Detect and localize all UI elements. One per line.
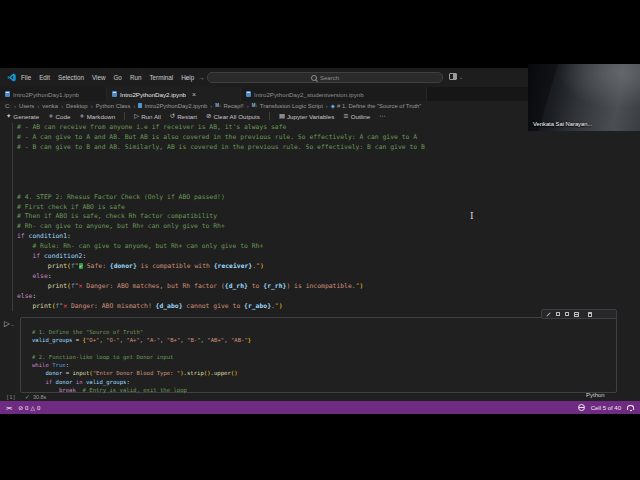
search-icon [311, 75, 317, 81]
breadcrumb-item[interactable]: venka [42, 103, 58, 109]
menu-view[interactable]: View [92, 74, 106, 81]
edit-cell-icon[interactable] [546, 312, 550, 316]
jupyter-variables-button[interactable]: ▤Jupyter Variables [279, 112, 334, 120]
code-button[interactable]: +Code [48, 112, 70, 120]
code-line: # 1. Define the "Source of Truth" [32, 328, 251, 336]
breadcrumb-label: Transfusion Logic Script [260, 103, 323, 109]
warning-icon: △ [30, 405, 34, 411]
outline-button[interactable]: ≡Outline [343, 112, 370, 120]
code-line: print(f"✕ Danger: ABO mismatch! {d_abo} … [17, 302, 425, 312]
tab-Intro2PythonDay1.ipynb[interactable]: Intro2PythonDay1.ipynb [0, 87, 107, 101]
chevron-right-icon: › [326, 103, 328, 109]
code-token: , [224, 337, 231, 343]
breadcrumb-label: Recap!! [223, 103, 243, 109]
code-token: if [17, 232, 25, 240]
code-token: {donor} [110, 262, 137, 270]
code-line [17, 163, 425, 173]
code-token: Danger: ABO matches, but Rh factor ( [82, 282, 224, 290]
clear-all-outputs-button[interactable]: ⊘Clear All Outputs [206, 112, 260, 120]
breadcrumb-item[interactable]: ◈# 1. Define the "Source of Truth" [331, 103, 422, 109]
toolbar-label: Code [56, 113, 71, 120]
remote-indicator-icon[interactable]: >< [6, 404, 11, 411]
code-token: ) is incompatible." [286, 282, 359, 290]
menu-run[interactable]: Run [130, 74, 142, 81]
code-token: condition1 [29, 232, 67, 240]
mouse-cursor-ibeam: I [470, 211, 474, 221]
breadcrumb-item[interactable]: Users [19, 103, 34, 109]
code-token: True [52, 362, 65, 368]
split-cell-icon[interactable] [574, 312, 579, 317]
cell-language-indicator[interactable]: Python [586, 392, 605, 398]
run-cell-button[interactable]: ▷ ⌄ [4, 320, 15, 328]
code-cell-1-editor[interactable]: # - AB can receive from anyone i.e if re… [17, 123, 425, 312]
globe-icon[interactable] [578, 404, 585, 411]
generate-button[interactable]: ✦Generate [6, 112, 39, 120]
tab-Intro2PythonDay2.ipynb[interactable]: Intro2PythonDay2.ipynb× [107, 87, 241, 101]
code-token [17, 262, 48, 270]
code-line: # - AB can receive from anyone i.e if re… [17, 123, 425, 133]
markdown-button[interactable]: +Markdown [79, 112, 115, 120]
breadcrumb-item[interactable]: Desktop [66, 103, 88, 109]
history-nav: ← → [184, 68, 205, 87]
notifications-bell-icon[interactable] [627, 405, 634, 410]
breadcrumb-item[interactable]: M↓Recap!! [215, 103, 243, 109]
code-token: , [140, 337, 147, 343]
code-cell-2-editor[interactable]: # 1. Define the "Source of Truth"valid_g… [32, 328, 251, 394]
code-token: donor [45, 370, 62, 376]
status-bar: >< ⊘ 0 △ 0 Cell 5 of 40 [0, 401, 640, 414]
code-token: "B-" [187, 337, 200, 343]
code-token: {d_abo} [156, 302, 183, 310]
toolbar-label: Generate [13, 113, 39, 120]
cell-focus-indicator [12, 123, 13, 311]
more-button[interactable]: ⋯ [379, 112, 385, 120]
notebook-file-icon [112, 91, 117, 97]
code-token: ) [279, 302, 283, 310]
code-token: else [32, 272, 47, 280]
code-token: # - A can give to A and AB. But AB is al… [17, 133, 417, 141]
plus-icon: + [79, 112, 84, 120]
code-token: # Rh- can give to anyone, but Rh+ can on… [17, 222, 225, 230]
code-token [32, 387, 59, 393]
layout-toggle-button[interactable]: ⌄ [449, 73, 463, 80]
toolbar-divider [124, 112, 125, 120]
code-line: # - A can give to A and AB. But AB is al… [17, 133, 425, 143]
breadcrumb-item[interactable]: Intro2PythonDay2.ipynb [138, 103, 207, 109]
copy-cell-icon[interactable] [556, 312, 561, 317]
toolbar-divider [269, 112, 270, 120]
code-token: {receiver} [214, 262, 252, 270]
problems-indicator[interactable]: ⊘ 0 △ 0 [18, 405, 40, 411]
back-arrow-icon[interactable]: ← [184, 74, 191, 81]
variables-icon: ▤ [279, 112, 285, 120]
cell-position[interactable]: Cell 5 of 40 [591, 405, 621, 411]
error-count: 0 [25, 405, 28, 411]
code-token: # 2. Function-like loop to get Donor inp… [32, 354, 173, 360]
tab-Intro2PythonDay2_studentversion.ipynb[interactable]: Intro2PythonDay2_studentversion.ipynb [241, 87, 427, 101]
notebook-file-icon [246, 91, 251, 97]
run-all-button[interactable]: ▷Run All [134, 112, 161, 120]
forward-arrow-icon[interactable]: → [198, 74, 205, 81]
code-token: : [126, 379, 129, 385]
participant-name-label: Venkata Sai Narayan... [533, 121, 592, 127]
tab-label: Intro2PythonDay2_studentversion.ipynb [254, 91, 364, 98]
menu-edit[interactable]: Edit [39, 74, 50, 81]
code-token: upper [214, 370, 231, 376]
duplicate-cell-icon[interactable] [565, 312, 570, 317]
code-token: input [72, 370, 89, 376]
command-center-search[interactable]: Search [207, 72, 443, 83]
menu-terminal[interactable]: Terminal [149, 74, 173, 81]
code-line [17, 173, 425, 183]
delete-cell-icon[interactable] [588, 312, 592, 317]
breadcrumb-item[interactable]: Python Class [96, 103, 131, 109]
clear-icon: ⊘ [206, 112, 211, 120]
code-token [32, 370, 45, 376]
code-line: # 4. STEP 2: Rhesus Factor Check (Only i… [17, 193, 425, 203]
code-token: break [59, 387, 76, 393]
breadcrumb-item[interactable]: C: [5, 103, 11, 109]
menu-selection[interactable]: Selection [58, 74, 84, 81]
menu-file[interactable]: File [21, 74, 31, 81]
toolbar-label: Jupyter Variables [287, 113, 334, 120]
restart-button[interactable]: ↺Restart [170, 112, 197, 120]
close-icon[interactable]: × [192, 91, 196, 98]
menu-go[interactable]: Go [113, 74, 121, 81]
breadcrumb-item[interactable]: M↓Transfusion Logic Script [252, 103, 323, 109]
